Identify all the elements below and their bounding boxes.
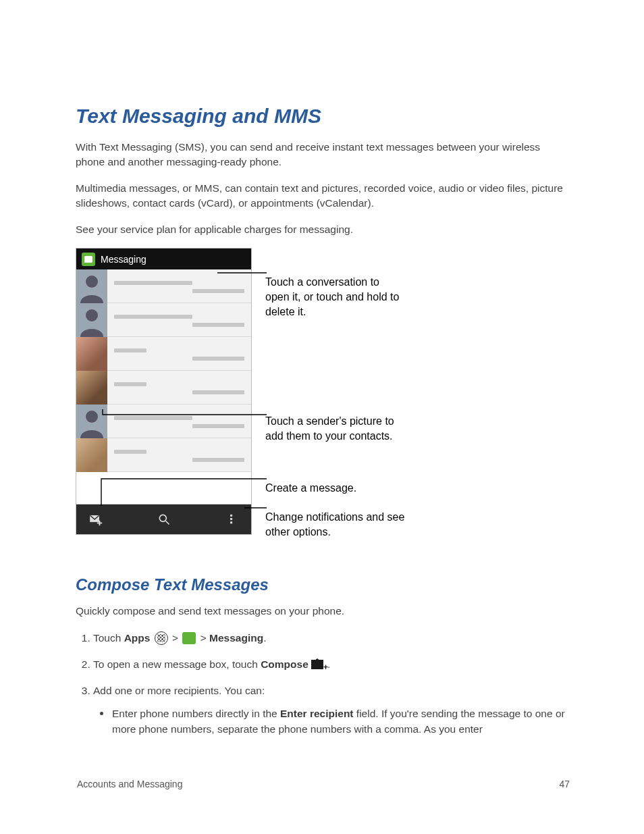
footer-page-number: 47 [559, 779, 570, 789]
avatar-placeholder-icon[interactable] [76, 405, 107, 438]
avatar-photo[interactable] [76, 337, 107, 371]
intro-paragraph-3: See your service plan for applicable cha… [76, 222, 571, 237]
avatar-placeholder-icon[interactable] [76, 303, 107, 337]
phone-action-bar [76, 504, 251, 534]
subheading: Compose Text Messages [76, 575, 571, 594]
page-footer: Accounts and Messaging 47 [77, 779, 570, 789]
conversation-row[interactable] [76, 303, 251, 337]
callout-notifications: Change notifications and see other optio… [265, 510, 414, 539]
svg-rect-10 [231, 522, 232, 523]
step-3: Add one or more recipients. You can: Ent… [93, 683, 571, 737]
overflow-menu-icon[interactable] [224, 512, 239, 527]
conversation-row[interactable] [76, 405, 251, 438]
step-3-bullet: Enter phone numbers directly in the Ente… [112, 706, 571, 737]
conversation-row[interactable] [76, 269, 251, 303]
intro-paragraph-1: With Text Messaging (SMS), you can send … [76, 140, 571, 170]
conversation-row[interactable] [76, 337, 251, 371]
svg-point-6 [159, 515, 166, 522]
sub-intro: Quickly compose and send text messages o… [76, 604, 571, 619]
svg-point-1 [86, 309, 98, 321]
svg-line-7 [165, 521, 169, 525]
phone-titlebar: Messaging [76, 249, 251, 269]
empty-area [76, 472, 251, 504]
avatar-photo[interactable] [76, 371, 107, 405]
avatar-placeholder-icon[interactable] [76, 269, 107, 303]
steps-list: Touch Apps > > Messaging. To open a new … [76, 630, 571, 737]
svg-point-2 [86, 411, 98, 423]
callout-column: Touch a conversation to open it, or touc… [265, 248, 441, 535]
phone-mock: Messaging [76, 248, 252, 535]
avatar-photo[interactable] [76, 438, 107, 472]
phone-app-title: Messaging [101, 254, 146, 265]
conversation-list [76, 269, 251, 504]
compose-icon[interactable] [88, 512, 103, 527]
conversation-preview [107, 269, 251, 303]
messaging-mini-icon [182, 632, 196, 644]
messaging-app-icon [82, 253, 95, 266]
page-heading: Text Messaging and MMS [76, 105, 571, 128]
svg-rect-8 [231, 515, 232, 517]
compose-inline-icon: + [311, 658, 327, 672]
conversation-row[interactable] [76, 438, 251, 472]
conversation-row[interactable] [76, 371, 251, 405]
step-2: To open a new message box, touch Compose… [93, 656, 571, 672]
svg-rect-9 [231, 519, 232, 520]
search-icon[interactable] [157, 512, 171, 527]
step-1: Touch Apps > > Messaging. [93, 630, 571, 646]
apps-grid-icon [155, 631, 168, 645]
footer-section: Accounts and Messaging [77, 779, 182, 789]
svg-point-0 [86, 276, 98, 288]
callout-create-message: Create a message. [265, 481, 407, 496]
callout-conversation: Touch a conversation to open it, or touc… [265, 275, 400, 319]
figure: Messaging [76, 248, 571, 535]
intro-paragraph-2: Multimedia messages, or MMS, can contain… [76, 181, 571, 211]
callout-sender-picture: Touch a sender's picture to add them to … [265, 414, 407, 443]
